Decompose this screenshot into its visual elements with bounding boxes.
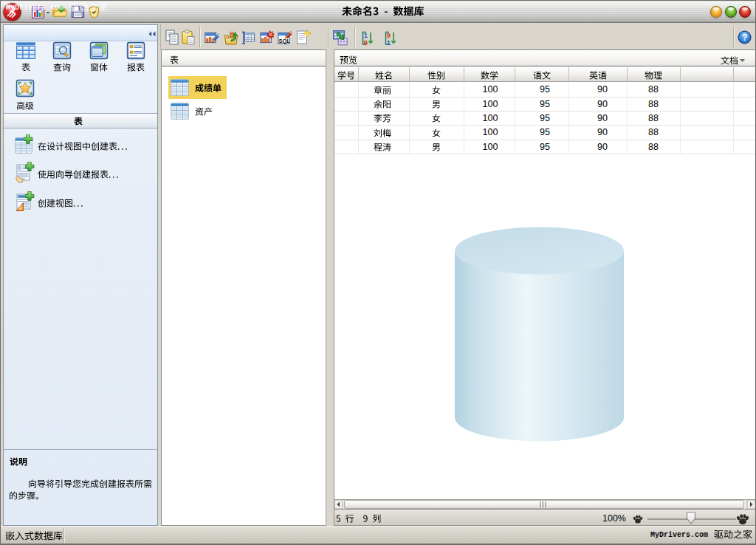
svg-text:?: ? [742,32,747,43]
svg-text:SQL: SQL [278,38,290,44]
svg-text:9: 9 [364,38,368,46]
svg-text:1: 1 [387,38,391,46]
